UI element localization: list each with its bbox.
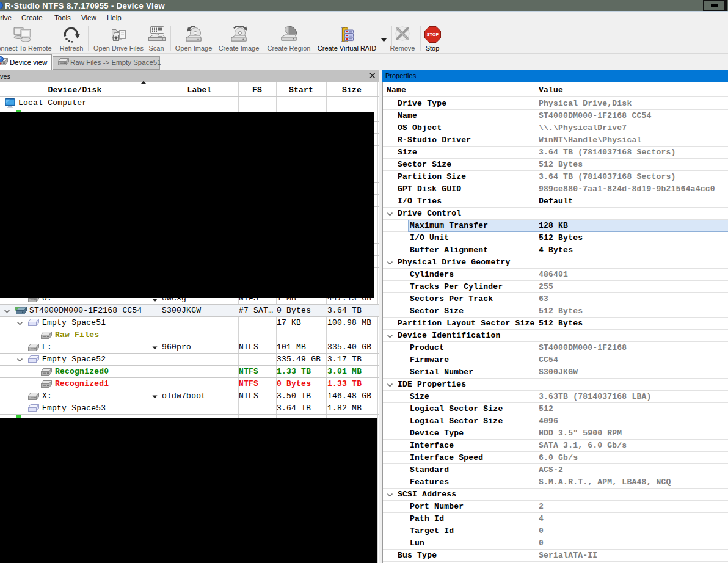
- svg-text:STOP: STOP: [427, 32, 439, 37]
